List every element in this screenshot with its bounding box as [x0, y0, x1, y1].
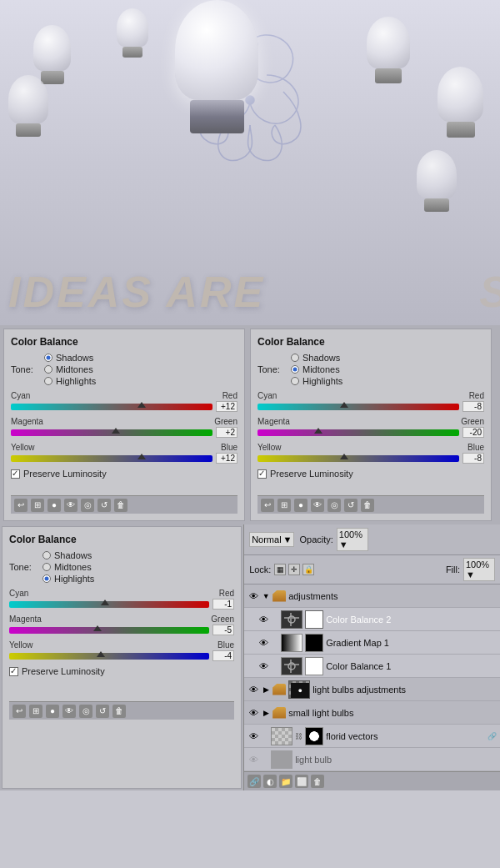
layers-trash-icon[interactable]: 🗑: [311, 775, 324, 788]
layer-gradient-map-1[interactable]: 👁 Gradient Map 1: [244, 631, 500, 655]
layer-mask-fv: [305, 727, 323, 745]
layer-color-balance-2[interactable]: 👁 Color Balance 2: [244, 608, 500, 631]
visibility-icon-cb1[interactable]: 👁: [258, 660, 269, 672]
opacity-chevron-icon: ▼: [339, 539, 348, 549]
visibility-icon-lb[interactable]: 👁: [248, 754, 259, 765]
layers-link-icon[interactable]: 🔗: [248, 775, 261, 788]
layers-bottom-toolbar: 🔗 ◐ 📁 ⬜ 🗑: [244, 771, 500, 790]
opacity-value[interactable]: 100% ▼: [337, 528, 368, 551]
toolbar-back-3[interactable]: ↩: [12, 705, 26, 718]
visibility-icon-fv[interactable]: 👁: [248, 730, 259, 742]
preserve-checkbox-1[interactable]: [11, 469, 20, 479]
layer-thumb-lba: ●: [288, 680, 310, 699]
cyan-red-slider-2[interactable]: [258, 404, 459, 410]
lock-move-icon[interactable]: ✛: [288, 564, 300, 575]
lock-fill-row: Lock: ▦ ✛ 🔒 Fill: 100% ▼: [244, 555, 500, 585]
yellow-blue-slider-1[interactable]: [11, 455, 212, 462]
toolbar-new-2[interactable]: ⊞: [278, 499, 291, 512]
toolbar-refresh-3[interactable]: ↺: [96, 705, 109, 718]
layers-panel: Normal ▼ Opacity: 100% ▼ Lock: ▦ ✛ 🔒 Fil…: [243, 524, 500, 790]
toolbar-new-1[interactable]: ⊞: [31, 499, 44, 512]
panel-toolbar-2: ↩ ⊞ ● 👁 ◎ ↺ 🗑: [258, 495, 484, 514]
toolbar-circle-1[interactable]: ●: [48, 499, 61, 512]
radio-highlights-2[interactable]: Highlights: [291, 376, 342, 386]
toolbar-wave-1[interactable]: ◎: [81, 499, 94, 512]
yellow-blue-value-2: -8: [462, 453, 484, 464]
toolbar-trash-2[interactable]: 🗑: [361, 499, 374, 512]
preserve-checkbox-2[interactable]: [258, 469, 267, 479]
toolbar-circle-2[interactable]: ●: [294, 499, 308, 512]
layer-name-fv: florid vectors: [326, 731, 485, 741]
layer-light-bulbs-adjustments[interactable]: 👁 ▶ ● light bulbs adjustments: [244, 678, 500, 701]
toolbar-eye-2[interactable]: 👁: [311, 499, 324, 512]
radio-shadows-3[interactable]: Shadows: [42, 550, 94, 560]
radio-midtones-2[interactable]: Midtones: [291, 364, 342, 374]
toolbar-refresh-1[interactable]: ↺: [98, 499, 111, 512]
yellow-blue-slider-3[interactable]: [9, 653, 209, 660]
toolbar-trash-1[interactable]: 🗑: [114, 499, 128, 512]
tone-label-3: Tone:: [9, 562, 42, 572]
layer-name-cb2: Color Balance 2: [326, 615, 497, 625]
magenta-green-slider-2[interactable]: [258, 429, 459, 436]
toolbar-new-3[interactable]: ⊞: [29, 705, 42, 718]
blend-mode-select[interactable]: Normal ▼: [249, 532, 294, 547]
layer-florid-vectors[interactable]: 👁 ⛓ florid vectors 🔗: [244, 725, 500, 748]
expand-icon-slb[interactable]: ▶: [262, 709, 270, 717]
visibility-icon-cb2[interactable]: 👁: [258, 614, 269, 625]
toolbar-wave-2[interactable]: ◎: [328, 499, 341, 512]
magenta-green-slider-3[interactable]: [9, 627, 209, 634]
lock-checkers-icon[interactable]: ▦: [274, 564, 286, 575]
yellow-blue-slider-2[interactable]: [258, 455, 459, 462]
cb-title-1: Color Balance: [11, 336, 238, 348]
toolbar-eye-3[interactable]: 👁: [62, 705, 76, 718]
visibility-icon-adjustments[interactable]: 👁: [248, 590, 259, 602]
toolbar-refresh-2[interactable]: ↺: [344, 499, 358, 512]
visibility-icon-lba[interactable]: 👁: [248, 684, 259, 695]
radio-circle-highlights-1: [44, 377, 52, 385]
layers-mask-icon[interactable]: ⬜: [295, 775, 308, 788]
radio-circle-shadows-3: [42, 551, 51, 559]
chain-icon-fv: ⛓: [295, 732, 302, 740]
layer-name-gm1: Gradient Map 1: [326, 638, 497, 648]
layer-thumb-lb: [271, 750, 292, 769]
radio-shadows-1[interactable]: Shadows: [44, 353, 96, 363]
visibility-icon-gm1[interactable]: 👁: [258, 637, 269, 649]
radio-midtones-1[interactable]: Midtones: [44, 364, 96, 374]
toolbar-back-2[interactable]: ↩: [261, 499, 274, 512]
link-icon-fv[interactable]: 🔗: [488, 732, 497, 740]
cyan-red-value-2: -8: [462, 401, 484, 412]
radio-circle-highlights-2: [291, 377, 299, 385]
tone-label-2: Tone:: [258, 364, 291, 374]
cyan-red-value-1: +12: [216, 401, 238, 412]
radio-midtones-3[interactable]: Midtones: [42, 562, 94, 572]
toolbar-trash-3[interactable]: 🗑: [112, 705, 126, 718]
magenta-green-value-1: +2: [216, 427, 238, 438]
magenta-green-slider-1[interactable]: [11, 429, 212, 436]
layer-color-balance-1[interactable]: 👁 Color Balance 1: [244, 655, 500, 678]
expand-icon-adjustments[interactable]: ▼: [262, 592, 270, 600]
layers-folder-icon[interactable]: 📁: [279, 775, 292, 788]
magenta-green-value-3: -5: [212, 625, 234, 635]
layer-light-bulb[interactable]: 👁 light bulb: [244, 748, 500, 771]
expand-icon-lba[interactable]: ▶: [262, 685, 270, 694]
cyan-red-slider-1[interactable]: [11, 404, 212, 410]
lock-lock-icon[interactable]: 🔒: [302, 564, 314, 575]
layers-adjustment-icon[interactable]: ◐: [263, 775, 277, 788]
layer-small-light-bulbs[interactable]: 👁 ▶ small light bulbs: [244, 701, 500, 725]
cyan-red-slider-3[interactable]: [9, 601, 209, 608]
radio-circle-midtones-2: [291, 365, 299, 374]
radio-shadows-2[interactable]: Shadows: [291, 353, 342, 363]
radio-highlights-3[interactable]: Highlights: [42, 574, 94, 584]
layer-thumb-gm1: [281, 634, 302, 652]
fill-chevron-icon: ▼: [466, 569, 475, 580]
visibility-icon-slb[interactable]: 👁: [248, 707, 259, 719]
toolbar-back-1[interactable]: ↩: [14, 499, 28, 512]
toolbar-wave-3[interactable]: ◎: [79, 705, 92, 718]
preserve-checkbox-3[interactable]: [9, 667, 18, 676]
toolbar-circle-3[interactable]: ●: [46, 705, 59, 718]
cb-title-3: Color Balance: [9, 534, 234, 545]
layer-adjustments-group[interactable]: 👁 ▼ adjustments: [244, 585, 500, 608]
radio-highlights-1[interactable]: Highlights: [44, 376, 96, 386]
toolbar-eye-1[interactable]: 👁: [64, 499, 78, 512]
fill-value[interactable]: 100% ▼: [463, 558, 495, 581]
